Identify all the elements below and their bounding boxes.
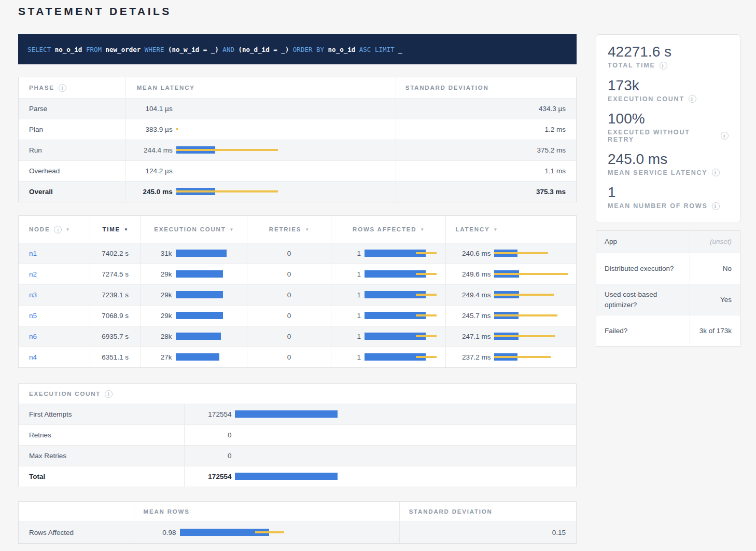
- retries-cell: 0: [247, 285, 331, 305]
- mean-bar: [176, 250, 227, 257]
- sql-token-ident: new_order: [106, 46, 141, 53]
- execution-count-row-value: 0: [188, 431, 231, 439]
- phase-row: Plan383.9 µs1.2 ms: [19, 119, 576, 140]
- phase-row: Overall245.0 ms375.3 ms: [19, 181, 576, 202]
- column-header-node[interactable]: NODEi▼: [19, 216, 90, 243]
- stddev-header-label: STANDARD DEVIATION: [405, 85, 489, 91]
- summary-stat-label-text: EXECUTED WITHOUT RETRY: [608, 129, 717, 143]
- mean-bar: [176, 312, 223, 319]
- phase-row: Overhead124.2 µs1.1 ms: [19, 160, 576, 181]
- summary-stat: 173kEXECUTION COUNTi: [608, 77, 729, 103]
- standard-deviation-column-header: STANDARD DEVIATION: [396, 77, 576, 98]
- info-icon[interactable]: i: [105, 390, 113, 398]
- stddev-bar: [176, 128, 178, 130]
- execution-count-row-label: Total: [29, 473, 45, 480]
- phase-column-header: PHASEi: [19, 77, 125, 98]
- latency-value: 245.7 ms: [449, 312, 491, 320]
- info-icon[interactable]: i: [689, 95, 696, 103]
- node-row: n66935.7 s28k01247.1 ms: [19, 326, 576, 347]
- rows-affected-value: 1: [334, 333, 361, 340]
- rows-affected-cell: 1: [331, 326, 446, 347]
- phase-name: Overhead: [29, 167, 60, 175]
- stat-bar: [365, 291, 446, 299]
- node-link[interactable]: n3: [29, 291, 37, 299]
- sort-desc-icon[interactable]: ▼: [420, 227, 424, 232]
- execution-count-row-value: 0: [188, 452, 231, 460]
- stat-bar: [235, 473, 576, 480]
- stddev-value: 375.2 ms: [537, 146, 566, 154]
- execution-count-row: Max Retries0: [19, 445, 576, 466]
- node-link[interactable]: n4: [29, 353, 37, 361]
- rows-affected-cell: 1: [331, 347, 446, 367]
- stat-bar: [494, 333, 576, 340]
- summary-stat-label: EXECUTED WITHOUT RETRYi: [608, 129, 729, 143]
- sort-desc-icon[interactable]: ▼: [494, 227, 498, 232]
- execution-count-value-cell: 0: [184, 425, 576, 445]
- mean-bar: [176, 333, 221, 340]
- execution-count-value: 27k: [144, 353, 172, 361]
- sort-desc-icon[interactable]: ▼: [230, 227, 234, 232]
- stat-bar: [176, 291, 247, 299]
- time-value: 7274.5 s: [102, 270, 129, 278]
- attribute-label-cell: Distributed execution?: [596, 253, 690, 284]
- summary-stat-value: 42271.6 s: [608, 43, 729, 61]
- info-icon[interactable]: i: [59, 84, 66, 92]
- node-id-cell: n2: [19, 264, 90, 284]
- sort-desc-icon[interactable]: ▼: [305, 227, 309, 232]
- time-cell: 7068.9 s: [90, 306, 141, 326]
- attribute-value-cell: (unset): [690, 231, 740, 253]
- stat-bar: [176, 250, 247, 257]
- mean-latency-value: 124.2 µs: [129, 167, 173, 175]
- stat-bar: [494, 270, 576, 278]
- rows-affected-row: Rows Affected0.980.15: [19, 521, 576, 543]
- phase-name-cell: Parse: [19, 99, 125, 119]
- stat-bar: [235, 410, 576, 418]
- stat-bar: [494, 250, 576, 257]
- attribute-value: No: [723, 264, 732, 274]
- info-icon[interactable]: i: [660, 62, 667, 70]
- empty-bar: [235, 452, 576, 460]
- column-header-rows-affected[interactable]: ROWS AFFECTED▼: [331, 216, 446, 243]
- column-header-execution-count[interactable]: EXECUTION COUNT▼: [141, 216, 247, 243]
- column-header-label: EXECUTION COUNT: [154, 226, 226, 232]
- sort-desc-icon[interactable]: ▼: [124, 227, 128, 232]
- attribute-label: Failed?: [605, 326, 627, 336]
- execution-count-label-cell: Retries: [19, 425, 184, 445]
- mean-bar: [235, 410, 338, 418]
- mean-bar: [176, 353, 219, 361]
- time-cell: 7239.1 s: [90, 285, 141, 305]
- time-value: 6935.7 s: [102, 333, 129, 340]
- node-link[interactable]: n1: [29, 250, 37, 257]
- mean-rows-value: 0.98: [138, 529, 176, 536]
- column-header-time[interactable]: TIME▼: [90, 216, 141, 243]
- page-title: STATEMENT DETAILS: [18, 5, 740, 18]
- latency-cell: 247.1 ms: [445, 326, 576, 347]
- execution-count-cell: 27k: [141, 347, 247, 367]
- node-link[interactable]: n5: [29, 312, 37, 320]
- sql-token-keyword: SELECT: [27, 46, 51, 53]
- info-icon[interactable]: i: [712, 202, 720, 210]
- mean-rows-cell: 0.98: [134, 522, 399, 543]
- sort-desc-icon[interactable]: ▼: [65, 227, 69, 232]
- column-header-latency[interactable]: LATENCY▼: [445, 216, 576, 243]
- info-icon[interactable]: i: [721, 132, 729, 140]
- execution-count-row-value: 172554: [188, 410, 231, 418]
- stddev-bar: [176, 190, 278, 192]
- mean-latency-value: 245.0 ms: [129, 188, 173, 196]
- info-icon[interactable]: i: [712, 169, 720, 176]
- sql-token-keyword: ASC LIMIT: [359, 46, 395, 53]
- node-link[interactable]: n2: [29, 270, 37, 278]
- attribute-label-cell: App: [596, 231, 690, 253]
- retries-value: 0: [287, 270, 291, 278]
- execution-count-value: 29k: [144, 312, 172, 320]
- stat-bar: [494, 291, 576, 299]
- execution-count-label-cell: Total: [19, 466, 184, 487]
- time-value: 7402.2 s: [102, 250, 129, 257]
- node-link[interactable]: n6: [29, 333, 37, 340]
- info-icon[interactable]: i: [54, 226, 62, 233]
- latency-cell: 240.6 ms: [445, 243, 576, 264]
- sql-statement: SELECT no_o_id FROM new_order WHERE (no_…: [27, 46, 402, 53]
- column-header-retries[interactable]: RETRIES▼: [247, 216, 331, 243]
- stat-bar: [176, 188, 396, 196]
- stat-bar: [176, 312, 247, 320]
